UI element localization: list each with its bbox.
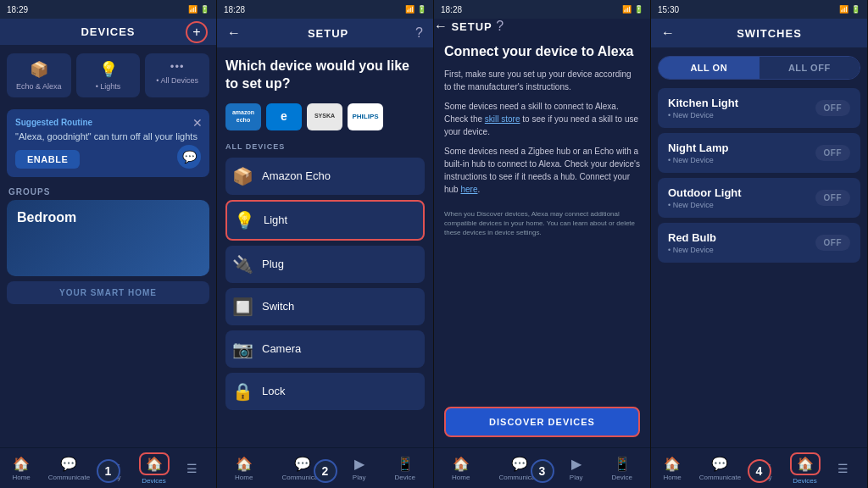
status-icons-1: 📶 🔋	[188, 5, 209, 14]
all-off-button[interactable]: ALL OFF	[760, 57, 860, 79]
switch-list-icon: 🔲	[232, 297, 253, 317]
enable-routine-button[interactable]: ENABLE	[15, 150, 80, 169]
brand-amazon[interactable]: amazonecho	[225, 103, 261, 130]
routine-text: "Alexa, goodnight" can turn off all your…	[15, 130, 201, 143]
status-time-4: 15:30	[658, 5, 679, 14]
status-time-1: 18:29	[7, 5, 28, 14]
nav-home-1[interactable]: 🏠 Home	[12, 456, 30, 481]
connect-para-2: Some devices need a skill to connect to …	[444, 100, 640, 138]
step-badge-2: 2	[314, 459, 337, 483]
close-routine-button[interactable]: ✕	[192, 116, 203, 130]
panel-connect-alexa: 18:28 📶 🔋 ← SETUP ? Connect your device …	[434, 0, 651, 488]
kitchen-light-toggle[interactable]: OFF	[815, 100, 851, 116]
nav-menu-4[interactable]: ☰	[837, 461, 854, 476]
nav-communicate-4[interactable]: 💬 Communicate	[699, 456, 741, 481]
nav-device-3[interactable]: 📱 Device	[611, 456, 632, 481]
kitchen-light-sub: • New Device	[668, 111, 738, 119]
help-button-3[interactable]: ?	[496, 19, 504, 33]
switch-red-bulb[interactable]: Red Bulb • New Device OFF	[658, 223, 860, 263]
night-lamp-sub: • New Device	[668, 156, 729, 164]
back-button-4[interactable]: ←	[661, 25, 675, 41]
all-devices-section-label: ALL DEVICES	[225, 142, 425, 151]
nav-devices-1[interactable]: 🏠 Devices	[139, 452, 170, 485]
device-lights[interactable]: 💡 • Lights	[76, 53, 141, 97]
routine-title: Suggested Routine	[15, 118, 201, 127]
nav-home-3[interactable]: 🏠 Home	[452, 456, 470, 481]
device-item-light[interactable]: 💡 Light	[225, 200, 425, 241]
back-button-3[interactable]: ←	[434, 19, 448, 33]
hub-link[interactable]: here	[460, 185, 477, 194]
communicate-icon-1: 💬	[60, 456, 77, 472]
bedroom-bg	[125, 217, 209, 276]
device-all[interactable]: ••• • All Devices	[145, 53, 209, 97]
device-item-switch[interactable]: 🔲 Switch	[225, 288, 425, 325]
nav-home-2[interactable]: 🏠 Home	[235, 456, 253, 481]
smart-home-banner: YOUR SMART HOME	[7, 281, 209, 304]
all-on-button[interactable]: ALL ON	[659, 57, 760, 79]
brand-e[interactable]: e	[266, 103, 302, 130]
switches-title: SWITCHES	[682, 27, 857, 40]
red-bulb-name: Red Bulb	[668, 231, 716, 244]
nav-communicate-1[interactable]: 💬 Communicate	[48, 456, 90, 481]
device-item-camera[interactable]: 📷 Camera	[225, 330, 425, 368]
brand-logos: amazonecho e SYSKA PHILIPS	[225, 103, 425, 130]
light-list-name: Light	[264, 214, 287, 226]
discover-note: When you Discover devices, Alexa may con…	[444, 209, 640, 238]
chat-icon: 💬	[177, 145, 201, 169]
nav-play-3[interactable]: ▶ Play	[570, 456, 583, 481]
all-devices-label: • All Devices	[156, 76, 198, 85]
device-item-plug[interactable]: 🔌 Plug	[225, 246, 425, 283]
connect-para-1: First, make sure you set up your device …	[444, 68, 640, 93]
nav-play-2[interactable]: ▶ Play	[353, 456, 366, 481]
light-list-icon: 💡	[234, 210, 255, 230]
nav-device-2[interactable]: 📱 Device	[394, 456, 415, 481]
switch-night-lamp[interactable]: Night Lamp • New Device OFF	[658, 133, 860, 173]
plug-list-name: Plug	[262, 258, 284, 270]
device-echo[interactable]: 📦 Echo & Alexa	[7, 53, 71, 97]
status-bar-2: 18:28 📶 🔋	[217, 0, 433, 19]
groups-label: GROUPS	[0, 180, 216, 200]
switches-topbar: ← SWITCHES	[651, 19, 867, 47]
device-item-echo[interactable]: 📦 Amazon Echo	[225, 158, 425, 195]
outdoor-light-toggle[interactable]: OFF	[815, 190, 851, 206]
echo-list-name: Amazon Echo	[262, 169, 331, 182]
back-button-2[interactable]: ←	[227, 25, 241, 41]
setup-topbar-3: ← SETUP ?	[434, 19, 650, 34]
devices-active-box-4: 🏠	[790, 452, 821, 475]
nav-home-4[interactable]: 🏠 Home	[663, 456, 681, 481]
panel-setup-which: 18:28 📶 🔋 ← SETUP ? Which device would y…	[217, 0, 434, 488]
nav-menu-1[interactable]: ☰	[186, 461, 203, 476]
brand-hue[interactable]: PHILIPS	[348, 103, 383, 130]
device-icons-row: 📦 Echo & Alexa 💡 • Lights ••• • All Devi…	[0, 45, 216, 106]
discover-devices-button[interactable]: DISCOVER DEVICES	[444, 407, 640, 437]
echo-list-icon: 📦	[232, 166, 253, 186]
setup-content-2: Which device would you like to set up? a…	[217, 47, 433, 447]
night-lamp-toggle[interactable]: OFF	[815, 145, 851, 161]
red-bulb-toggle[interactable]: OFF	[815, 235, 851, 251]
smart-home-label: YOUR SMART HOME	[59, 288, 157, 297]
help-button-2[interactable]: ?	[415, 25, 423, 41]
panel-devices: 18:29 📶 🔋 DEVICES + 📦 Echo & Alexa 💡 • L…	[0, 0, 217, 488]
device-item-lock[interactable]: 🔒 Lock	[225, 373, 425, 410]
add-device-button[interactable]: +	[186, 21, 208, 43]
nav-devices-4[interactable]: 🏠 Devices	[790, 452, 821, 485]
step-badge-3: 3	[531, 459, 554, 483]
connect-para-3: Some devices need a Zigbee hub or an Ech…	[444, 145, 640, 196]
connect-content: Connect your device to Alexa First, make…	[434, 34, 650, 447]
panel-switches: 15:30 📶 🔋 ← SWITCHES ALL ON ALL OFF Kitc…	[651, 0, 868, 488]
skill-store-link[interactable]: skill store	[485, 114, 520, 124]
bedroom-card[interactable]: Bedroom	[7, 200, 209, 276]
lock-list-name: Lock	[262, 385, 285, 397]
setup-title-2: SETUP	[248, 27, 409, 40]
status-bar-4: 15:30 📶 🔋	[651, 0, 867, 19]
switch-outdoor-light[interactable]: Outdoor Light • New Device OFF	[658, 178, 860, 218]
camera-list-name: Camera	[262, 342, 301, 355]
switch-kitchen-light[interactable]: Kitchen Light • New Device OFF	[658, 88, 860, 128]
devices-topbar: DEVICES +	[0, 19, 216, 45]
status-bar-1: 18:29 📶 🔋	[0, 0, 216, 19]
home-icon-1: 🏠	[13, 456, 30, 472]
all-devices-icon: •••	[170, 60, 185, 73]
outdoor-light-sub: • New Device	[668, 201, 742, 209]
brand-syska[interactable]: SYSKA	[307, 103, 342, 130]
kitchen-light-name: Kitchen Light	[668, 97, 738, 109]
